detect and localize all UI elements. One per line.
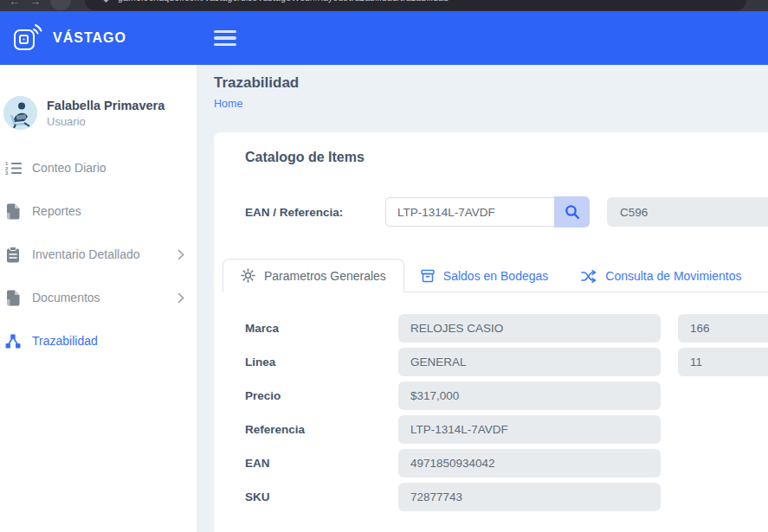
file-icon	[4, 203, 22, 220]
catalog-card: Catalogo de Items EAN / Referencia: C596	[214, 132, 768, 532]
browser-bar: ← → gamelochaquel.com/vastago/dist/vasta…	[0, 0, 768, 11]
sidebar-item-label: Documentos	[32, 291, 167, 304]
layout: Falabella Primavera Usuario 123	[0, 65, 768, 532]
svg-text:3: 3	[5, 170, 9, 176]
field-value: $317,000	[398, 381, 661, 410]
field-row-linea: Linea GENERAL 11	[245, 348, 768, 376]
field-label: Referencia	[245, 423, 398, 436]
user-profile: Falabella Primavera Usuario	[0, 96, 197, 130]
card-title: Catalogo de Items	[245, 150, 768, 165]
search-icon	[565, 204, 580, 220]
network-icon	[4, 334, 22, 349]
field-row-sku: SKU 72877743	[245, 483, 768, 511]
clipboard-icon	[4, 247, 22, 263]
field-label: Precio	[245, 389, 398, 402]
forward-icon[interactable]: →	[29, 0, 41, 8]
archive-icon	[421, 269, 435, 283]
user-info: Falabella Primavera Usuario	[47, 99, 165, 128]
ean-input[interactable]	[385, 197, 554, 227]
field-code: 166	[678, 314, 768, 343]
sidebar-item-label: Conteo Diario	[32, 161, 184, 175]
reload-button[interactable]	[50, 0, 71, 10]
field-value: 4971850934042	[398, 449, 661, 478]
shuffle-icon	[581, 270, 597, 283]
field-value: RELOJES CASIO	[398, 314, 661, 343]
tabs: Parametros Generales Saldos en Bodegas	[223, 259, 768, 292]
url-text[interactable]: gamelochaquel.com/vastago/dist/vastagoWe…	[118, 0, 449, 3]
sidebar-item-reportes[interactable]: Reportes	[0, 189, 197, 233]
field-label: Marca	[245, 322, 398, 335]
field-row-marca: Marca RELOJES CASIO 166	[245, 314, 768, 343]
ean-referencia-label: EAN / Referencia:	[245, 206, 385, 219]
field-label: EAN	[245, 457, 398, 470]
field-label: Linea	[245, 356, 398, 369]
gear-icon	[241, 268, 255, 283]
avatar	[3, 96, 37, 130]
shield-icon	[102, 0, 110, 3]
sidebar-item-trazabilidad[interactable]: Trazabilidad	[0, 319, 197, 362]
tab-label: Consulta de Movimientos	[605, 269, 741, 283]
field-code: 11	[678, 348, 768, 376]
chevron-right-icon	[177, 249, 184, 260]
sidebar-item-label: Inventario Detallado	[32, 247, 167, 261]
main-content: Trazabilidad Home Catalogo de Items EAN …	[197, 65, 768, 532]
page-title: Trazabilidad	[214, 74, 768, 92]
field-row-referencia: Referencia LTP-1314L-7AVDF	[245, 415, 768, 444]
field-label: SKU	[245, 490, 398, 503]
brand: VÁSTAGO	[0, 22, 197, 54]
user-role: Usuario	[47, 115, 165, 128]
qr-scan-icon	[11, 22, 42, 54]
sidebar-menu: 123 Conteo Diario Reportes	[0, 146, 197, 362]
tab-label: Parametros Generales	[264, 269, 386, 283]
hamburger-menu-icon[interactable]	[214, 30, 236, 46]
back-icon[interactable]: ←	[9, 0, 20, 8]
field-value: GENERAL	[398, 348, 661, 376]
tab-parametros-generales[interactable]: Parametros Generales	[223, 259, 404, 292]
field-row-ean: EAN 4971850934042	[245, 449, 768, 478]
chevron-right-icon	[177, 292, 184, 304]
numbered-list-icon: 123	[4, 161, 22, 176]
tab-consulta-de-movimientos[interactable]: Consulta de Movimientos	[565, 260, 758, 292]
breadcrumb-home-link[interactable]: Home	[214, 98, 768, 110]
user-name: Falabella Primavera	[47, 99, 165, 112]
search-button[interactable]	[554, 196, 590, 228]
tab-saldos-en-bodegas[interactable]: Saldos en Bodegas	[404, 260, 565, 292]
field-row-precio: Precio $317,000	[245, 381, 768, 410]
file-icon	[4, 290, 22, 306]
sidebar-item-inventario-detallado[interactable]: Inventario Detallado	[0, 233, 197, 276]
sidebar-item-label: Reportes	[32, 204, 184, 218]
search-row: EAN / Referencia: C596	[245, 196, 768, 228]
sidebar-item-label: Trazabilidad	[32, 334, 184, 348]
sidebar-item-conteo-diario[interactable]: 123 Conteo Diario	[0, 146, 197, 189]
app-header: VÁSTAGO	[0, 11, 768, 65]
tab-label: Saldos en Bodegas	[443, 269, 548, 283]
field-value: 72877743	[398, 483, 661, 511]
field-value: LTP-1314L-7AVDF	[398, 415, 661, 444]
referencia-code-field: C596	[607, 197, 768, 227]
brand-name: VÁSTAGO	[53, 30, 126, 46]
fields-section: Marca RELOJES CASIO 166 Linea GENERAL 11…	[245, 314, 768, 511]
sidebar: Falabella Primavera Usuario 123	[0, 65, 197, 532]
sidebar-item-documentos[interactable]: Documentos	[0, 276, 197, 319]
url-bar[interactable]: gamelochaquel.com/vastago/dist/vastagoWe…	[85, 0, 746, 10]
